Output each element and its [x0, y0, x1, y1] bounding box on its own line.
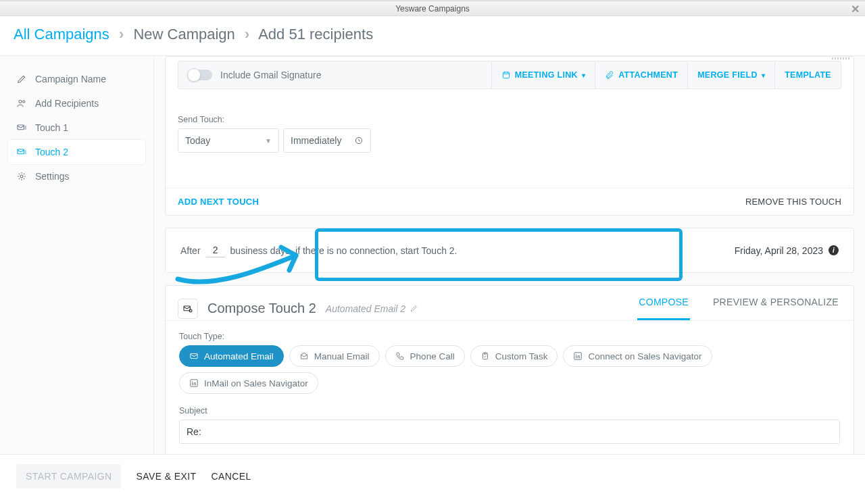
main-content: Include Gmail Signature MEETING LINK ▾ A… [154, 56, 865, 454]
linkedin-icon [189, 378, 199, 388]
editor-toolbar: Include Gmail Signature MEETING LINK ▾ A… [178, 61, 841, 89]
tab-preview-personalize[interactable]: PREVIEW & PERSONALIZE [712, 297, 840, 320]
delay-card: After business days, if there is no conn… [165, 228, 854, 273]
touch-1-panel: Include Gmail Signature MEETING LINK ▾ A… [165, 56, 854, 216]
add-next-touch-button[interactable]: ADD NEXT TOUCH [178, 197, 259, 207]
sidebar-item-add-recipients[interactable]: Add Recipients [8, 91, 145, 116]
sidebar-item-label: Touch 2 [35, 147, 68, 157]
sidebar-item-touch-2[interactable]: Touch 2 [8, 140, 145, 164]
breadcrumb: All Campaigns › New Campaign › Add 51 re… [0, 16, 865, 55]
start-campaign-button: START CAMPAIGN [16, 464, 121, 488]
sidebar-item-settings[interactable]: Settings [8, 164, 145, 188]
svg-point-0 [19, 100, 22, 103]
linkedin-icon [573, 351, 583, 361]
pill-phone-call[interactable]: Phone Call [385, 345, 465, 367]
subject-label: Subject [179, 406, 840, 415]
pill-connect-sales-navigator[interactable]: Connect on Sales Navigator [563, 345, 712, 367]
pencil-icon [410, 304, 418, 313]
paperclip-icon [605, 70, 614, 80]
close-icon[interactable]: ✕ [851, 3, 860, 16]
pill-inmail-sales-navigator[interactable]: InMail on Sales Navigator [179, 372, 318, 394]
chevron-down-icon: ▾ [582, 72, 585, 79]
delay-days-input[interactable] [206, 243, 225, 257]
svg-point-4 [20, 175, 23, 178]
compose-title: Compose Touch 2 [207, 301, 316, 316]
gear-icon [16, 171, 27, 182]
sidebar-item-touch-1[interactable]: Touch 1 [8, 116, 145, 140]
delay-suffix: business days, if there is no connection… [230, 245, 458, 256]
breadcrumb-root[interactable]: All Campaigns [14, 26, 109, 43]
sidebar-item-label: Add Recipients [35, 98, 99, 109]
chevron-right-icon: › [245, 26, 249, 43]
pill-custom-task[interactable]: Custom Task [470, 345, 558, 367]
pencil-icon [16, 74, 27, 84]
sidebar: Campaign Name Add Recipients Touch 1 Tou… [0, 56, 154, 454]
compose-touch-panel: Compose Touch 2 Automated Email 2 COMPOS… [165, 285, 854, 454]
window-title: Yesware Campaigns [395, 4, 470, 14]
svg-rect-5 [503, 72, 509, 78]
gmail-signature-label: Include Gmail Signature [220, 70, 321, 80]
pill-automated-email[interactable]: Automated Email [179, 345, 284, 367]
breadcrumb-add-recipients: Add 51 recipients [258, 26, 373, 43]
send-day-select[interactable]: Today ▼ [178, 128, 279, 153]
merge-field-button[interactable]: MERGE FIELD ▾ [687, 61, 774, 89]
attachment-button[interactable]: ATTACHMENT [595, 61, 687, 89]
phone-icon [395, 351, 405, 361]
svg-rect-2 [18, 125, 24, 130]
mail-icon [189, 351, 199, 361]
calendar-icon [501, 70, 511, 80]
sidebar-item-campaign-name[interactable]: Campaign Name [8, 67, 145, 91]
remove-this-touch-button[interactable]: REMOVE THIS TOUCH [745, 197, 841, 207]
send-touch-label: Send Touch: [178, 115, 841, 124]
pill-manual-email[interactable]: Manual Email [289, 345, 380, 367]
title-bar: Yesware Campaigns ✕ [0, 0, 865, 16]
svg-point-1 [23, 101, 25, 103]
chevron-down-icon: ▾ [762, 72, 765, 79]
users-icon [16, 98, 27, 109]
svg-rect-3 [18, 149, 24, 154]
delay-prefix: After [180, 245, 201, 256]
tab-compose[interactable]: COMPOSE [637, 297, 690, 320]
compose-subtitle[interactable]: Automated Email 2 [326, 303, 418, 314]
sidebar-item-label: Settings [35, 171, 70, 182]
chevron-right-icon: › [119, 26, 124, 43]
mail-send-icon [16, 147, 27, 157]
mail-open-icon [299, 351, 309, 361]
breadcrumb-new-campaign[interactable]: New Campaign [133, 26, 234, 43]
info-icon[interactable]: i [829, 245, 839, 255]
clipboard-check-icon [480, 351, 490, 361]
send-time-select[interactable]: Immediately [283, 128, 371, 153]
cancel-button[interactable]: CANCEL [211, 471, 251, 482]
meeting-link-button[interactable]: MEETING LINK ▾ [491, 61, 595, 89]
clock-icon [354, 136, 364, 145]
subject-input[interactable] [179, 420, 840, 444]
save-exit-button[interactable]: SAVE & EXIT [136, 471, 196, 482]
touch-type-label: Touch Type: [179, 332, 840, 341]
mail-icon [178, 299, 198, 319]
sidebar-item-label: Touch 1 [35, 122, 68, 133]
sidebar-item-label: Campaign Name [35, 74, 106, 84]
chevron-down-icon: ▼ [265, 137, 272, 145]
mail-send-icon [16, 122, 27, 133]
footer: START CAMPAIGN SAVE & EXIT CANCEL [0, 454, 865, 497]
template-button[interactable]: TEMPLATE [774, 61, 841, 89]
gmail-signature-toggle[interactable] [188, 70, 212, 80]
svg-rect-9 [191, 354, 198, 359]
delay-date: Friday, April 28, 2023 [735, 245, 823, 256]
